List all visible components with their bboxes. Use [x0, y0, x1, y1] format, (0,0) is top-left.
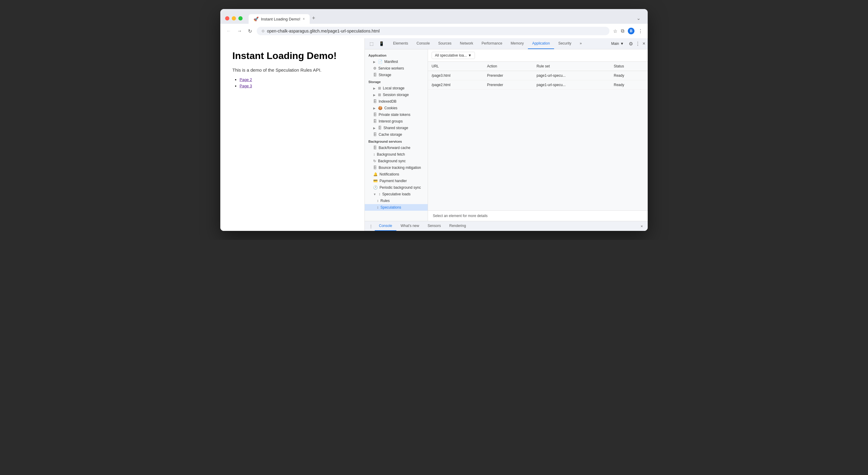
- tab-performance[interactable]: Performance: [477, 38, 506, 49]
- list-item: Page 3: [240, 84, 352, 88]
- new-tab-button[interactable]: +: [310, 13, 318, 24]
- devtools-context: Main ▼: [609, 40, 626, 47]
- active-tab[interactable]: 🚀 Instant Loading Demo! ×: [249, 14, 310, 24]
- col-action: Action: [483, 62, 533, 71]
- sidebar-item-cookies[interactable]: ▶ 🍪 Cookies: [365, 105, 428, 111]
- device-toolbar-icon[interactable]: 📱: [376, 39, 386, 48]
- manifest-icon: 📄: [378, 60, 382, 64]
- drawer-tab-sensors[interactable]: Sensors: [424, 221, 445, 231]
- sidebar-item-service-workers[interactable]: ⚙ Service workers: [365, 65, 428, 72]
- browser-more-button[interactable]: ⋮: [638, 28, 643, 34]
- close-window-button[interactable]: [225, 16, 229, 21]
- page-content: Instant Loading Demo! This is a demo of …: [220, 38, 365, 231]
- page-description: This is a demo of the Speculation Rules …: [232, 67, 352, 72]
- details-bar: Select an element for more details: [428, 210, 648, 221]
- tab-memory[interactable]: Memory: [506, 38, 528, 49]
- page3-link[interactable]: Page 3: [240, 84, 252, 88]
- devtools-settings-icon[interactable]: ⚙: [629, 41, 633, 47]
- sidebar-item-private-state-tokens[interactable]: 🗄 Private state tokens: [365, 111, 428, 118]
- devtools-more-icon[interactable]: ⋮: [636, 41, 640, 47]
- sidebar-item-label: Rules: [380, 199, 390, 203]
- context-dropdown-icon[interactable]: ▼: [620, 41, 624, 46]
- sidebar-item-indexeddb[interactable]: 🗄 IndexedDB: [365, 98, 428, 105]
- sidebar-item-manifest[interactable]: ▶ 📄 Manifest: [365, 58, 428, 65]
- page2-link[interactable]: Page 2: [240, 77, 252, 82]
- sidebar-item-cache-storage[interactable]: 🗄 Cache storage: [365, 131, 428, 138]
- devtools-close-icon[interactable]: ×: [643, 41, 645, 47]
- tab-security[interactable]: Security: [554, 38, 576, 49]
- extensions-icon[interactable]: ⧉: [621, 28, 624, 34]
- notifications-icon: 🔔: [373, 172, 378, 176]
- speculative-loads-filter-dropdown[interactable]: All speculative loa... ▼: [432, 52, 475, 59]
- interest-groups-icon: 🗄: [373, 119, 377, 123]
- reload-button[interactable]: ↻: [247, 27, 253, 35]
- profile-button[interactable]: B: [628, 28, 634, 34]
- back-button[interactable]: ←: [225, 27, 232, 35]
- drawer-close-icon[interactable]: ×: [638, 223, 645, 230]
- devtools-tab-bar: ⬚ 📱 Elements Console Sources Network Per…: [365, 38, 648, 49]
- drawer-menu-icon[interactable]: ⋮: [367, 223, 375, 230]
- col-url: URL: [428, 62, 483, 71]
- storage-main-icon: 🗄: [373, 73, 377, 77]
- tab-application[interactable]: Application: [528, 38, 554, 49]
- speculations-icon: ↕: [377, 205, 379, 209]
- sidebar-item-bounce-tracking[interactable]: 🗄 Bounce tracking mitigation: [365, 165, 428, 171]
- table-row[interactable]: /page3.html Prerender page1-url-specu...…: [428, 71, 648, 80]
- speculations-table: URL Action Rule set Status /page3.html P…: [428, 62, 648, 90]
- sidebar-item-interest-groups[interactable]: 🗄 Interest groups: [365, 118, 428, 125]
- sidebar-item-payment-handler[interactable]: 💳 Payment handler: [365, 178, 428, 184]
- maximize-window-button[interactable]: [238, 16, 243, 21]
- sidebar-item-label: Payment handler: [379, 179, 407, 183]
- cell-url: /page2.html: [428, 80, 483, 90]
- sidebar-item-rules[interactable]: ↕ Rules: [365, 198, 428, 204]
- sidebar-item-periodic-bg-sync[interactable]: 🕐 Periodic background sync: [365, 184, 428, 191]
- dropdown-chevron-icon: ▼: [468, 53, 472, 58]
- devtools-sidebar: Application ▶ 📄 Manifest ⚙ Service worke…: [365, 49, 428, 221]
- tab-console[interactable]: Console: [412, 38, 434, 49]
- tab-close-button[interactable]: ×: [303, 17, 305, 21]
- rules-icon: ↕: [377, 199, 379, 203]
- bookmark-icon[interactable]: ☆: [613, 28, 617, 34]
- list-item: Page 2: [240, 77, 352, 82]
- sidebar-item-backforward-cache[interactable]: 🗄 Back/forward cache: [365, 145, 428, 151]
- tab-more[interactable]: »: [576, 38, 586, 49]
- indexeddb-icon: 🗄: [373, 99, 377, 103]
- sidebar-item-session-storage[interactable]: ▶ ⊞ Session storage: [365, 91, 428, 98]
- inspect-element-icon[interactable]: ⬚: [367, 39, 376, 48]
- drawer-tab-rendering[interactable]: Rendering: [445, 221, 470, 231]
- sidebar-item-label: Bounce tracking mitigation: [379, 166, 421, 170]
- table-header-row: URL Action Rule set Status: [428, 62, 648, 71]
- tab-network[interactable]: Network: [456, 38, 477, 49]
- speculative-loads-icon: ↕: [379, 192, 380, 196]
- periodic-bg-sync-icon: 🕐: [373, 185, 378, 190]
- drawer-tab-whats-new[interactable]: What's new: [396, 221, 424, 231]
- dropdown-label: All speculative loa...: [435, 53, 467, 58]
- tab-more-button[interactable]: ⌄: [634, 14, 643, 22]
- forward-button[interactable]: →: [236, 27, 243, 35]
- tab-favicon: 🚀: [253, 17, 258, 21]
- expand-icon: ▼: [373, 192, 376, 196]
- tab-elements[interactable]: Elements: [389, 38, 412, 49]
- main-panel: All speculative loa... ▼ URL Action Rule…: [428, 49, 648, 221]
- page-title: Instant Loading Demo!: [232, 50, 352, 61]
- sidebar-item-label: Private state tokens: [379, 113, 410, 117]
- sidebar-item-speculative-loads[interactable]: ▼ ↕ Speculative loads: [365, 191, 428, 198]
- panel-toolbar: All speculative loa... ▼: [428, 49, 648, 62]
- sidebar-item-label: Speculative loads: [382, 192, 410, 196]
- address-input[interactable]: ⊙ open-chalk-asparagus.glitch.me/page1-u…: [257, 27, 610, 35]
- sidebar-item-label: IndexedDB: [379, 99, 396, 103]
- sidebar-item-speculations[interactable]: ↕ Speculations: [365, 204, 428, 211]
- sidebar-item-storage-main[interactable]: 🗄 Storage: [365, 72, 428, 78]
- minimize-window-button[interactable]: [232, 16, 236, 21]
- table-row[interactable]: /page2.html Prerender page1-url-specu...…: [428, 80, 648, 90]
- private-state-tokens-icon: 🗄: [373, 113, 377, 117]
- local-storage-icon: ⊞: [378, 86, 381, 90]
- sidebar-item-local-storage[interactable]: ▶ ⊞ Local storage: [365, 85, 428, 91]
- sidebar-item-background-sync[interactable]: ↻ Background sync: [365, 158, 428, 165]
- sidebar-item-background-fetch[interactable]: ↕ Background fetch: [365, 151, 428, 158]
- drawer-tab-console[interactable]: Console: [375, 221, 396, 231]
- sidebar-item-shared-storage[interactable]: ▶ 🗄 Shared storage: [365, 125, 428, 131]
- tab-sources[interactable]: Sources: [434, 38, 456, 49]
- sidebar-item-notifications[interactable]: 🔔 Notifications: [365, 171, 428, 178]
- sidebar-item-label: Background sync: [378, 159, 406, 163]
